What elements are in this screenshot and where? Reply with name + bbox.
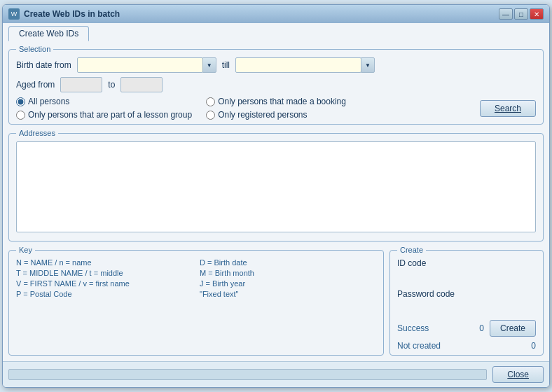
window-title: Create Web IDs in batch	[24, 9, 120, 19]
radio-lesson: Only persons that are part of a lesson g…	[16, 110, 192, 120]
key-grid: N = NAME / n = name D = Birth date T = M…	[16, 258, 376, 298]
key-item-2: T = MIDDLE NAME / t = middle	[16, 269, 193, 277]
create-legend: Create	[397, 246, 426, 254]
addresses-list[interactable]	[16, 141, 536, 232]
radio-lesson-label[interactable]: Only persons that are part of a lesson g…	[28, 110, 192, 120]
radio-registered-input[interactable]	[206, 111, 215, 120]
key-item-3: M = Birth month	[200, 269, 376, 277]
radio-all-input[interactable]	[16, 97, 25, 106]
birth-date-till-arrow[interactable]: ▼	[361, 57, 375, 73]
footer-status-bar	[8, 369, 487, 380]
tab-create-web-ids[interactable]: Create Web IDs	[8, 26, 89, 41]
key-item-6: P = Postal Code	[16, 290, 193, 298]
key-item-4: V = FIRST NAME / v = first name	[16, 279, 193, 288]
radio-all-label[interactable]: All persons	[28, 97, 69, 106]
create-button[interactable]: Create	[490, 320, 536, 337]
bottom-row: Key N = NAME / n = name D = Birth date T…	[8, 246, 544, 356]
maximize-button[interactable]: □	[514, 8, 528, 20]
create-fieldset: Create ID code Password code Success 0 C…	[389, 246, 544, 356]
password-code-label: Password code	[397, 289, 536, 299]
search-button[interactable]: Search	[480, 100, 536, 117]
birth-date-till-field[interactable]	[239, 61, 358, 69]
aged-from-input[interactable]	[60, 77, 102, 92]
birth-date-from-input[interactable]	[77, 57, 203, 73]
radio-col-right: Only persons that made a booking Only re…	[206, 97, 346, 120]
minimize-button[interactable]: —	[499, 8, 513, 20]
key-item-5: J = Birth year	[200, 279, 376, 288]
close-window-button[interactable]: ✕	[530, 8, 544, 20]
radio-options-section: All persons Only persons that are part o…	[16, 97, 536, 120]
window-controls: — □ ✕	[499, 8, 544, 20]
birth-date-till-combo: ▼	[235, 57, 375, 73]
radio-booking: Only persons that made a booking	[206, 97, 346, 106]
footer: Close	[3, 361, 549, 387]
not-created-label: Not created	[397, 341, 509, 351]
key-item-0: N = NAME / n = name	[16, 258, 193, 267]
birth-date-from-field[interactable]	[81, 61, 200, 69]
addresses-fieldset: Addresses	[8, 129, 544, 241]
key-fieldset: Key N = NAME / n = name D = Birth date T…	[8, 246, 384, 356]
success-value: 0	[463, 323, 484, 333]
password-code-input[interactable]	[397, 300, 536, 316]
radio-lesson-input[interactable]	[16, 111, 25, 120]
radio-booking-input[interactable]	[206, 97, 215, 106]
birth-date-from-arrow[interactable]: ▼	[202, 57, 216, 73]
not-created-value: 0	[515, 341, 536, 351]
birth-date-from-combo: ▼	[77, 57, 216, 73]
window-body: Create Web IDs Selection Birth date from…	[3, 23, 549, 361]
selection-legend: Selection	[16, 45, 53, 53]
addresses-legend: Addresses	[16, 129, 58, 137]
aged-from-row: Aged from to	[16, 77, 536, 92]
password-code-group: Password code	[397, 289, 536, 316]
radio-registered-label[interactable]: Only registered persons	[218, 110, 307, 120]
radio-all: All persons	[16, 97, 192, 106]
id-code-input[interactable]	[397, 270, 536, 285]
to-label: to	[108, 80, 115, 90]
aged-to-field[interactable]	[124, 80, 159, 89]
main-window: W Create Web IDs in batch — □ ✕ Create W…	[2, 4, 550, 388]
aged-from-label: Aged from	[16, 80, 55, 90]
close-button[interactable]: Close	[492, 366, 544, 383]
aged-from-field[interactable]	[64, 80, 99, 89]
selection-fieldset: Selection Birth date from ▼ till	[8, 45, 544, 125]
title-bar: W Create Web IDs in batch — □ ✕	[3, 5, 549, 23]
not-created-row: Not created 0	[397, 341, 536, 351]
birth-date-from-label: Birth date from	[16, 60, 71, 70]
radio-registered: Only registered persons	[206, 110, 346, 120]
key-item-7: "Fixed text"	[200, 290, 376, 298]
radio-booking-label[interactable]: Only persons that made a booking	[218, 97, 346, 106]
key-legend: Key	[16, 246, 35, 254]
id-code-group: ID code	[397, 258, 536, 285]
success-row: Success 0 Create	[397, 320, 536, 337]
birth-date-till-input[interactable]	[235, 57, 361, 73]
tab-bar: Create Web IDs	[8, 26, 544, 41]
app-icon: W	[8, 8, 20, 20]
key-item-1: D = Birth date	[200, 258, 376, 267]
till-label: till	[222, 60, 230, 70]
radio-col-left: All persons Only persons that are part o…	[16, 97, 192, 120]
success-label: Success	[397, 323, 457, 333]
birth-date-row: Birth date from ▼ till ▼	[16, 57, 536, 73]
aged-to-input[interactable]	[120, 77, 163, 92]
id-code-label: ID code	[397, 258, 536, 268]
